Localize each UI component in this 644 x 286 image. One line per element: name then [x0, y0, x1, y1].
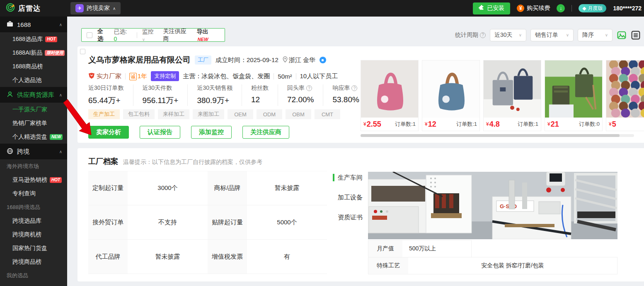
top-bar: 店雷达 ✈ 跨境卖家 ∧ 已安装 ¥ 购买续费 ↓ ◆ 月度版 180****2…: [0, 0, 644, 17]
monitor-menu[interactable]: 监控 ∨: [142, 28, 158, 42]
divider: [571, 5, 572, 12]
supplier-card: 义乌市萝格家居用品有限公司 工厂 成立时间：2025-09-12 浙江 金华 实…: [77, 46, 644, 143]
product-card[interactable]: ¥2.55订单数:1: [361, 60, 419, 131]
sort-order-select[interactable]: 降序∨: [578, 29, 613, 41]
info-label: 商标/品牌: [208, 171, 247, 205]
help-icon[interactable]: [480, 32, 486, 38]
action-button[interactable]: 添加监控: [191, 126, 232, 139]
action-button[interactable]: 关注供应商: [242, 126, 289, 139]
sidebar-item-geren-jingxuan[interactable]: 个人精选货盘NEW: [0, 130, 67, 144]
image-view-icon[interactable]: [617, 30, 627, 40]
renew-button[interactable]: ¥ 购买续费: [517, 5, 550, 12]
currency-symbol: ¥: [425, 121, 428, 127]
download-icon[interactable]: ↓: [557, 4, 565, 12]
sidebar-item-kuajing-xuanpinku[interactable]: 跨境选品库: [0, 214, 67, 228]
special-craft-label: 特殊工艺: [368, 257, 408, 274]
stat-item: 回头率72.00%: [278, 84, 323, 106]
sidebar-item-geren-xuanpinchi[interactable]: 个人选品池: [0, 73, 67, 87]
product-card[interactable]: ¥12订单数:1: [422, 60, 480, 131]
app-logo[interactable]: 店雷达: [0, 3, 67, 14]
period-select[interactable]: 近30天∨: [490, 29, 526, 41]
chevron-down-icon: ∨: [142, 37, 145, 42]
product-scrollbar-track[interactable]: [361, 134, 634, 137]
main-products: 主营：冰袋冰包、饭盒袋、发圈: [183, 72, 270, 80]
seller-analysis-button[interactable]: 卖家分析: [88, 126, 129, 139]
info-value: 5000个: [247, 205, 327, 239]
installed-button[interactable]: 已安装: [473, 2, 510, 14]
list-view-icon[interactable]: [631, 30, 641, 40]
chevron-up-icon: ∧: [113, 6, 116, 11]
plan-label: 月度版: [588, 5, 603, 12]
sidebar-item-kuajing-shangpinbang[interactable]: 跨境商品榜: [0, 255, 67, 269]
info-label: 接外贸订单: [88, 205, 128, 239]
outdoor-camo-bags-image: [545, 60, 602, 118]
workspace-label: 跨境卖家: [87, 5, 110, 12]
export-action[interactable]: 导出NEW: [197, 28, 220, 42]
photo-tab[interactable]: 生产车间: [331, 173, 363, 182]
follow-supplier-action[interactable]: 关注供应商: [163, 28, 192, 43]
puzzle-icon: [479, 5, 484, 12]
sidebar-item-zhuanli-chaxun[interactable]: 专利查询: [0, 187, 67, 200]
action-button[interactable]: 认证报告: [140, 126, 180, 139]
product-scrollbar-thumb[interactable]: [361, 134, 620, 137]
chevron-down-icon: ∨: [605, 33, 608, 37]
company-location: 浙江 金华: [283, 56, 315, 64]
support-custom-badge: 支持定制: [151, 71, 179, 81]
capability-tag: 来图加工: [193, 109, 224, 119]
product-strip: ¥2.55订单数:1¥12订单数:1¥4.8订单数:1¥21订单数:0¥5: [361, 60, 644, 131]
chevron-down-icon: ∨: [519, 33, 522, 37]
chevron-up-icon: ∧: [59, 149, 62, 154]
product-card[interactable]: ¥21订单数:0: [545, 60, 603, 131]
strength-factory-cert: 实力厂家: [88, 72, 121, 80]
product-price: 12: [428, 120, 436, 129]
badge: HOT: [45, 36, 57, 42]
sidebar-section-1688[interactable]: 1688∧: [0, 17, 67, 32]
factory-workshop-photo[interactable]: G·SED: [368, 172, 617, 239]
info-value: 有: [247, 240, 327, 274]
founded-date: 成立时间：2025-09-12: [215, 56, 278, 64]
capability-tags: 生产加工包工包料来样加工来图加工OEMODMOBMCMT: [88, 109, 340, 119]
capability-tag: OBM: [286, 109, 311, 119]
currency-symbol: ¥: [486, 121, 489, 127]
currency-symbol: ¥: [547, 121, 550, 127]
sidebar-item-rexiao-changjia[interactable]: 热销厂家榜单: [0, 116, 67, 130]
rocket-icon: ✈: [75, 4, 84, 12]
sidebar-item-kuajing-shangjibang[interactable]: 跨境商机榜: [0, 228, 67, 241]
info-label: 增值税发票: [208, 240, 247, 274]
sidebar-section-gongyingshang[interactable]: 供应商货源库∧: [0, 87, 67, 103]
sidebar-item-1688-ai-xinpin[interactable]: 1688AI新品限时使用: [0, 46, 67, 60]
sidebar-item-1688-xuanpinku[interactable]: 1688选品库HOT: [0, 32, 67, 46]
account-phone[interactable]: 180****272: [613, 5, 642, 12]
workspace-switcher[interactable]: ✈ 跨境卖家 ∧: [70, 2, 121, 14]
info-value: 不支持: [128, 205, 208, 239]
help-icon[interactable]: [306, 85, 312, 91]
company-name[interactable]: 义乌市萝格家居用品有限公司: [88, 55, 191, 65]
sidebar-item-guojia-remen[interactable]: 国家热门货盘: [0, 241, 67, 255]
factory-photo-tabs: 生产车间加工设备资质证书: [331, 173, 364, 233]
product-card[interactable]: ¥4.8订单数:1: [483, 60, 541, 131]
select-all-label[interactable]: 全选: [97, 28, 109, 43]
selection-toolbar: 全选 已选: 0 监控 ∨ 关注供应商 导出NEW: [81, 28, 225, 42]
photo-tab[interactable]: 资质证书: [331, 213, 363, 222]
product-card[interactable]: ¥5: [606, 60, 644, 131]
help-icon[interactable]: [351, 85, 357, 91]
sidebar-item-yamaxun-rexiao[interactable]: 亚马逊热销榜HOT: [0, 173, 67, 187]
factory-info-row: 接外贸订单不支持贴牌起订量5000个: [88, 205, 327, 240]
photo-tab[interactable]: 加工设备: [331, 193, 363, 202]
two-tote-bags-image: [484, 60, 541, 118]
row-checkbox[interactable]: [80, 49, 85, 54]
chevron-up-icon: ∧: [59, 22, 62, 27]
1688-link-icon[interactable]: [320, 57, 326, 63]
info-label: 定制起订量: [88, 171, 128, 205]
new-badge: NEW: [198, 37, 208, 42]
factory-profile-hint: 温馨提示：以下信息为工厂自行披露的档案，仅供参考: [123, 159, 262, 166]
scrunchies-pile-image: [606, 60, 644, 118]
stats-row: 近30日订单数65.44万+近30天件数956.11万+近30天销售额380.9…: [88, 84, 369, 106]
sort-field-select[interactable]: 销售订单∨: [530, 29, 574, 41]
info-value: 暂未披露: [247, 171, 327, 205]
select-all-checkbox[interactable]: [87, 32, 92, 38]
chevron-up-icon: ∧: [59, 93, 62, 97]
sidebar-item-yishou-yuantou[interactable]: 一手源头厂家: [0, 103, 67, 116]
sidebar-section-kuajing[interactable]: 跨境∧: [0, 144, 67, 159]
sidebar-item-1688-shangpinbang[interactable]: 1688商品榜: [0, 60, 67, 73]
